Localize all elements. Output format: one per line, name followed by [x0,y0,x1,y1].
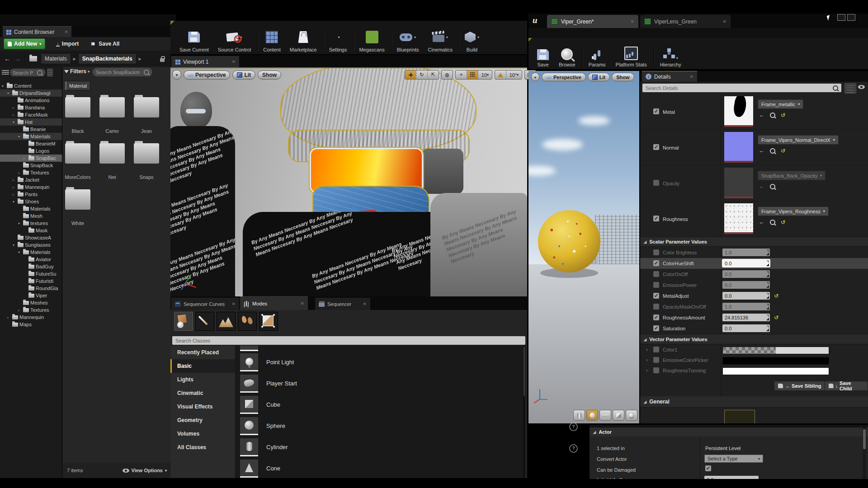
toolbar-button[interactable]: ▾ Cinematics [424,29,459,52]
expander-icon[interactable] [13,178,16,182]
landscape-mode-button[interactable] [217,312,236,331]
use-selected-icon[interactable]: ← [759,183,764,190]
scrollbar[interactable] [523,346,525,478]
browse-to-asset-icon[interactable] [770,184,775,189]
close-icon[interactable]: ✕ [301,301,304,306]
tree-item[interactable]: Sunglasses [0,241,62,249]
save-sibling-button[interactable]: → Save Sibling [774,381,825,391]
category-item[interactable]: All Classes [170,441,235,454]
tree-item[interactable]: FaceMask [0,111,62,118]
checkbox[interactable]: ✓ [653,260,659,266]
chevron-down-icon[interactable]: ▾ [676,56,678,60]
asset-search-input[interactable]: Search SnapBackm [93,68,152,76]
tree-item[interactable]: Beanie [0,126,62,133]
tree-item[interactable]: textures [0,220,62,227]
toolbar-button[interactable]: ▾ Blueprints [392,29,424,52]
toolbar-button[interactable]: ▾ Hierarchy [655,45,686,67]
tree-item[interactable]: Aviator [0,256,62,263]
reset-to-default-icon[interactable]: ↺ [781,112,785,118]
asset-folder[interactable]: Jean [134,97,159,134]
collapse-sources-button[interactable] [2,69,9,76]
toolbar-button[interactable]: ▾ Marketplace [285,29,324,52]
checkbox[interactable]: ✓ [653,249,659,255]
texture-asset-dropdown[interactable]: Frame_metallic ▾ [758,99,803,109]
checkbox[interactable]: ✓ [653,314,659,320]
cube-preview-button[interactable] [613,410,624,421]
category-item[interactable]: Visual Effects [170,400,235,413]
surface-snap-button[interactable]: ⌖ [456,70,467,79]
expander-icon[interactable] [18,171,22,175]
category-item[interactable]: Lights [170,373,235,386]
tree-item[interactable]: Jacket [0,176,62,183]
tab-details[interactable]: i Details ✕ [642,71,697,82]
value-field[interactable]: 0.0 [722,324,770,332]
toolbar-button[interactable]: ▾ Platform Stats [611,45,654,67]
paint-mode-button[interactable] [195,312,214,331]
add-new-button[interactable]: Add New ▾ [4,38,45,49]
value-field[interactable]: 0.0 [722,259,770,267]
tree-item[interactable]: RoundGla [0,285,62,292]
tab-content-browser[interactable]: Content Browser ✕ [3,26,71,37]
asset-folder[interactable]: Net [99,143,125,180]
tree-item[interactable]: Shoes [0,198,62,205]
expander-icon[interactable] [18,308,22,312]
placeable-item[interactable]: Cone [236,458,523,478]
placeable-item[interactable] [236,346,523,352]
tree-item[interactable]: Mannequin [0,183,62,191]
tab-modes[interactable]: Modes ✕ [240,296,308,310]
chevron-down-icon[interactable]: ▾ [414,35,416,39]
tree-item[interactable]: Logos [0,147,62,155]
place-mode-button[interactable] [174,312,193,331]
tree-item[interactable]: SnapBack [0,162,62,169]
filter-chip-material[interactable]: Material [64,81,90,90]
use-selected-icon[interactable]: ← [759,219,764,225]
plane-preview-button[interactable] [599,410,611,421]
texture-thumbnail[interactable] [724,96,753,127]
breadcrumb-snapbackmaterials[interactable]: SnapBackmaterials [78,53,137,64]
general-header[interactable]: ◢General [640,396,868,408]
toolbar-button[interactable]: ▾ Content [259,29,285,52]
checkbox[interactable]: ✓ [653,216,659,221]
chevron-down-icon[interactable]: ▾ [446,35,448,39]
tree-item[interactable]: Textures [0,306,62,314]
toolbar-button[interactable]: ▾ Save [532,45,554,67]
chevron-down-icon[interactable]: ▾ [477,35,479,39]
expander-icon[interactable] [13,106,16,110]
expander-icon[interactable]: ▹ [646,368,648,372]
tree-item[interactable]: Bandana [0,104,62,111]
tree-item[interactable]: BeanieM [0,140,62,147]
checkbox[interactable]: ✓ [653,108,659,114]
expander-icon[interactable] [18,250,22,254]
grid-snap-size[interactable]: 10▾ [478,70,492,79]
value-field[interactable]: 24.815136 [722,314,770,321]
tree-item[interactable]: Mannequin [0,314,62,321]
toolbar-button[interactable]: ▾ Settings [325,29,354,52]
tab-viperlens-green[interactable]: ViperLens_Green ✕ [640,15,731,28]
move-tool-button[interactable] [405,70,416,79]
expander-icon[interactable] [13,120,16,124]
tree-item[interactable]: Futuristi [0,277,62,285]
browse-to-asset-icon[interactable] [770,113,775,118]
close-window-button[interactable] [847,14,855,21]
scalar-parameters-header[interactable]: ◢Scalar Parameter Values [640,237,868,247]
foliage-mode-button[interactable] [238,312,257,331]
tree-item[interactable]: Content [0,82,62,89]
actor-section-header[interactable]: ◢ Actor [590,427,868,436]
lit-button[interactable]: Lit [232,70,255,80]
scale-tool-button[interactable]: ⇱ [428,70,439,79]
texture-asset-dropdown[interactable]: Frame_Vipers_Roughness ▾ [758,206,829,216]
show-button[interactable]: Show [258,70,281,80]
transform-gizmo[interactable] [177,271,204,293]
expander-icon[interactable] [7,91,11,95]
tree-item[interactable]: Viper [0,292,62,299]
texture-thumbnail[interactable] [724,132,753,163]
color-swatch[interactable] [722,367,829,375]
reset-to-default-icon[interactable]: ↺ [774,293,778,299]
expander-icon[interactable] [13,192,16,197]
reset-to-default-icon[interactable]: ↺ [781,219,785,225]
checkbox[interactable]: ✓ [653,144,659,150]
lit-button[interactable]: Lit [588,73,610,81]
tab-sequencer-curves[interactable]: Sequencer Curves ✕ [171,298,239,310]
grid-snap-button[interactable] [467,70,478,79]
viewport-options-dropdown[interactable]: ▾ [172,70,181,80]
